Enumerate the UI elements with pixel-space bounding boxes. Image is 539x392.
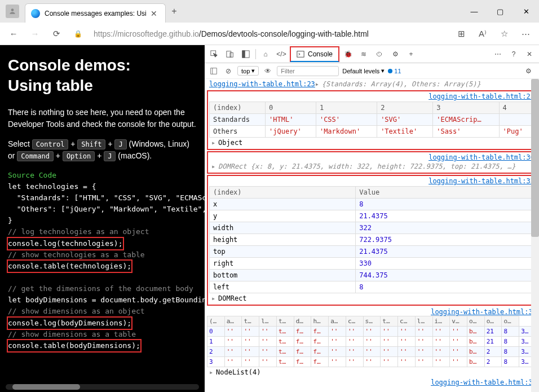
source-link[interactable]: logging-with-table.html:32	[428, 177, 534, 185]
source-code-block: Source Code let technologies = { "Standa…	[8, 170, 197, 351]
svg-rect-6	[297, 51, 304, 57]
console-messages: logging-with-table.html:23 ▸ {Standards:…	[205, 79, 539, 392]
horizontal-scrollbar[interactable]	[6, 384, 199, 390]
dock-icon[interactable]	[238, 47, 253, 61]
more-tools-icon[interactable]: ⋯	[491, 47, 505, 61]
source-link[interactable]: logging-with-table.html:30	[428, 153, 534, 161]
site-lock-icon[interactable]: 🔒	[69, 25, 87, 43]
clear-console-icon[interactable]: ⊘	[223, 64, 234, 78]
page-content: Console demos:Using table There is nothi…	[0, 45, 205, 392]
table-row[interactable]: top21.4375	[210, 246, 534, 258]
close-devtools-icon[interactable]: ✕	[522, 47, 537, 61]
svg-rect-3	[230, 52, 233, 57]
table-row[interactable]: Standards'HTML''CSS''SVG''ECMAScrip…	[210, 114, 534, 126]
table-row[interactable]: right330	[210, 258, 534, 270]
address-bar: ← → ⟳ 🔒 https://microsoftedge.github.io/…	[0, 23, 539, 45]
favorites-icon[interactable]: ☆	[495, 25, 513, 43]
source-link[interactable]: logging-with-table.html:23	[209, 80, 315, 88]
tech-table: (index)01234 Standards'HTML''CSS''SVG''E…	[209, 102, 534, 138]
table-row[interactable]: left8	[210, 281, 534, 293]
table-row[interactable]: Others'jQuery''Markdown''Textile''Sass''…	[210, 126, 534, 138]
app-install-icon[interactable]: ⊞	[452, 25, 470, 43]
svg-rect-5	[242, 50, 245, 57]
page-heading: Console demos:Using table	[8, 55, 197, 96]
profile-avatar[interactable]	[6, 5, 19, 18]
object-footer[interactable]: ▸DOMRect	[209, 293, 534, 303]
close-window-button[interactable]: ✕	[513, 0, 539, 23]
source-link[interactable]: logging-with-table.html:25	[428, 93, 534, 100]
source-link[interactable]: logging-with-table.html:39	[431, 378, 537, 386]
url-text[interactable]: https://microsoftedge.github.io/Demos/de…	[90, 29, 449, 38]
minimize-button[interactable]: —	[461, 0, 487, 23]
svg-rect-7	[211, 68, 217, 74]
kbd-j: J	[114, 139, 126, 149]
console-row[interactable]: logging-with-table.html:23 ▸ {Standards:…	[207, 79, 537, 89]
menu-icon[interactable]: ⋯	[516, 25, 534, 43]
table-row[interactable]: y21.4375	[210, 210, 534, 222]
live-expression-icon[interactable]: 👁	[262, 64, 273, 78]
expander-icon[interactable]: ▸	[211, 162, 218, 170]
keyboard-instructions: Select Control + Shift + J (Windows, Lin…	[8, 138, 197, 162]
table-row[interactable]: height722.9375	[210, 234, 534, 246]
kbd-j2: J	[104, 151, 116, 161]
table-row[interactable]: 0''''''t…f…f…''''''''''''''''b…2183…	[207, 327, 537, 337]
console-settings-icon[interactable]: ⚙	[521, 64, 536, 78]
expander-icon[interactable]: ▸	[315, 80, 322, 88]
console-row[interactable]: ▸DOMRect {x: 8, y: 21.4375, width: 322, …	[209, 161, 534, 171]
tab-title: Console messages examples: Usi	[45, 10, 148, 17]
welcome-icon[interactable]: ⌂	[258, 47, 273, 61]
table-output-group: logging-with-table.html:25 (index)01234 …	[207, 90, 537, 150]
read-aloud-icon[interactable]: A⁾	[474, 25, 492, 43]
object-footer[interactable]: ▸NodeList(4)	[207, 367, 537, 377]
dimensions-table: (index)Value x8 y21.4375 width322 height…	[209, 186, 534, 293]
table-row[interactable]: x8	[210, 199, 534, 210]
browser-tab[interactable]: Console messages examples: Usi ✕	[25, 3, 166, 23]
help-icon[interactable]: ?	[506, 47, 521, 61]
new-tab-button[interactable]: +	[166, 6, 183, 16]
vertical-scrollbar[interactable]	[531, 79, 539, 392]
console-tab[interactable]: Console	[290, 46, 339, 62]
forward-button: →	[26, 25, 44, 43]
table-row[interactable]: bottom744.375	[210, 270, 534, 281]
object-preview: DOMRect {x: 8, y: 21.4375, width: 322, h…	[218, 162, 515, 170]
svg-rect-2	[227, 51, 231, 57]
refresh-button[interactable]: ⟳	[47, 25, 65, 43]
kbd-command: Command	[17, 151, 54, 161]
table-row[interactable]: 1''''''t…f…f…''''''''''''''''b…2183…	[207, 337, 537, 347]
nodelist-table: (…a…t…l…t…d…h…a…c…s…t…c…l…i…v…o…o…o…0'''…	[207, 316, 537, 367]
devtools-tabbar: ⌂ </> Console 🐞 ≋ ⏲ ⚙ + ⋯ ? ✕	[205, 45, 539, 63]
elements-icon[interactable]: </>	[274, 47, 289, 61]
device-icon[interactable]	[223, 47, 237, 61]
sidebar-toggle-icon[interactable]	[208, 64, 219, 78]
table-row[interactable]: 3''''''t…f…f…''''''''''''''''b…283…	[207, 357, 537, 367]
kbd-option: Option	[63, 151, 95, 161]
more-tabs-icon[interactable]: +	[404, 47, 418, 61]
table-row[interactable]: 2''''''t…f…f…''''''''''''''''b…283…	[207, 347, 537, 357]
object-preview: {Standards: Array(4), Others: Array(5)}	[322, 80, 481, 88]
network-icon[interactable]: ≋	[356, 47, 371, 61]
domrect-log-group: logging-with-table.html:30 ▸DOMRect {x: …	[207, 151, 537, 174]
table-row[interactable]: width322	[210, 222, 534, 234]
issues-counter[interactable]: 11	[388, 68, 401, 74]
object-footer[interactable]: ▸Object	[209, 138, 534, 148]
maximize-button[interactable]: ▢	[487, 0, 513, 23]
console-filterbar: ⊘ top ▾ 👁 Default levels ▾ 11 ⚙	[205, 63, 539, 79]
memory-icon[interactable]: ⚙	[388, 47, 403, 61]
sources-icon[interactable]: 🐞	[341, 47, 355, 61]
log-levels-selector[interactable]: Default levels ▾	[342, 67, 385, 74]
filter-input[interactable]	[277, 66, 339, 76]
kbd-shift: Shift	[77, 139, 105, 149]
domrect-table-group: logging-with-table.html:32 (index)Value …	[207, 175, 537, 306]
window-titlebar: Console messages examples: Usi ✕ + — ▢ ✕	[0, 0, 539, 23]
svg-point-0	[11, 8, 14, 11]
tab-close-icon[interactable]: ✕	[148, 9, 160, 18]
devtools-panel: ⌂ </> Console 🐞 ≋ ⏲ ⚙ + ⋯ ? ✕ ⊘ top ▾ 👁 …	[205, 45, 539, 392]
page-paragraph: There is nothing to see here, you need t…	[8, 107, 197, 130]
back-button[interactable]: ←	[5, 25, 23, 43]
performance-icon[interactable]: ⏲	[372, 47, 387, 61]
edge-icon	[31, 9, 40, 18]
source-link[interactable]: logging-with-table.html:37	[431, 308, 537, 316]
kbd-control: Control	[32, 139, 69, 149]
inspect-icon[interactable]	[207, 47, 222, 61]
context-selector[interactable]: top ▾	[237, 66, 259, 76]
